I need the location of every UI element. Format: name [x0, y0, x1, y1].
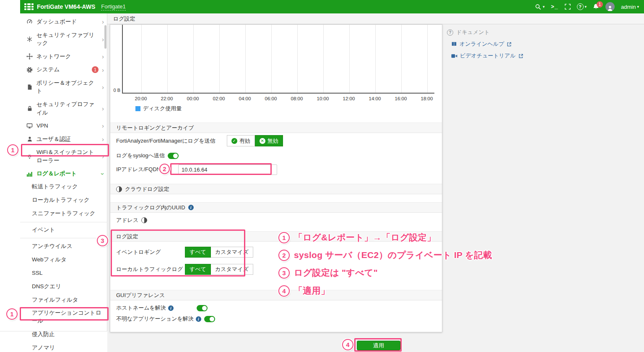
- cloud-logging-toggle[interactable]: [116, 186, 122, 192]
- sidebar-item-dns-query[interactable]: DNSクエリ: [20, 280, 107, 293]
- document-icon: [26, 84, 33, 90]
- syslog-toggle[interactable]: [168, 153, 179, 159]
- sidebar-scrollbar[interactable]: [104, 25, 106, 49]
- ip-row: IPアドレス/FQDN: [116, 166, 161, 173]
- move-arrows-icon: [26, 53, 33, 60]
- sidebar-item-ssl[interactable]: SSL: [20, 266, 107, 280]
- sidebar-item-user-auth[interactable]: ユーザ＆認証 ›: [20, 133, 107, 146]
- sidebar-item-sniffer-traffic[interactable]: スニファートラフィック: [20, 207, 107, 221]
- legend-swatch: [135, 106, 140, 111]
- hostname[interactable]: Fortigate1: [101, 3, 126, 10]
- info-icon[interactable]: i: [188, 205, 194, 210]
- video-camera-icon: [451, 53, 457, 59]
- fabric-icon: [26, 36, 33, 42]
- apply-button[interactable]: 適用: [357, 341, 400, 350]
- syslog-row: ログをsyslogへ送信: [116, 152, 179, 159]
- check-circle-icon: ✓: [231, 138, 237, 144]
- notification-badge: 1: [597, 1, 603, 8]
- product-title: FortiGate VM64-AWS: [37, 3, 95, 10]
- divider: [20, 238, 107, 238]
- search-icon[interactable]: ▾: [535, 4, 545, 10]
- address-toggle[interactable]: [141, 217, 147, 223]
- sidebar-item-app-control[interactable]: アプリケーションコントロール: [20, 307, 107, 328]
- external-link-icon: [506, 42, 512, 47]
- local-traffic-customize-button[interactable]: カスタマイズ: [211, 264, 253, 275]
- sidebar-item-antivirus[interactable]: アンチウイルス: [20, 240, 107, 253]
- sidebar-item-security-fabric[interactable]: セキュリティファブリック ›: [20, 29, 107, 50]
- help-circle-icon: ?: [447, 29, 453, 36]
- section-remote-logging: リモートロギングとアーカイブ: [110, 123, 442, 133]
- book-icon: [451, 41, 457, 47]
- sidebar-item-wifi-switch[interactable]: WiFi＆スイッチコントローラー ›: [20, 146, 107, 167]
- top-bar: FortiGate VM64-AWS Fortigate1 ▾ >_ ? ▾ 1…: [20, 0, 644, 13]
- bar-chart-icon: [26, 171, 33, 177]
- section-log-settings: ログ設定: [110, 231, 442, 242]
- ip-fqdn-input[interactable]: [178, 164, 277, 175]
- cli-console-icon[interactable]: >_: [551, 4, 558, 10]
- sidebar-item-events[interactable]: イベント: [20, 224, 107, 237]
- fullscreen-icon[interactable]: [565, 4, 571, 10]
- disk-usage-chart: [122, 25, 434, 94]
- section-uuid: トラフィックログ内のUUID i: [110, 202, 442, 213]
- sidebar-item-security-profiles[interactable]: セキュリティプロファイル ›: [20, 98, 107, 119]
- section-cloud-logging[interactable]: クラウドログ設定: [110, 184, 442, 194]
- fortianalyzer-row: FortiAnalyzer/FortiManagerにログを送信 ✓ 有効 ✕ …: [116, 135, 283, 146]
- resolve-hostname-row: ホストネームを解決 i: [116, 304, 208, 312]
- sidebar-item-anomaly[interactable]: アノマリ: [20, 342, 107, 352]
- user-icon: [26, 136, 33, 142]
- sidebar-item-web-filter[interactable]: Webフィルタ: [20, 253, 107, 266]
- sidebar-item-vpn[interactable]: VPN ›: [20, 119, 107, 133]
- system-alert-badge: 1: [92, 66, 99, 73]
- avatar[interactable]: [605, 2, 615, 11]
- page-title: ログ設定: [107, 13, 644, 24]
- sidebar-item-forward-traffic[interactable]: 転送トラフィック: [20, 180, 107, 194]
- gauge-icon: [26, 18, 33, 25]
- sidebar-item-file-filter[interactable]: ファイルフィルタ: [20, 293, 107, 307]
- event-logging-row: イベントロギング すべて カスタマイズ: [116, 247, 253, 258]
- external-link-icon: [518, 53, 524, 59]
- sidebar: ダッシュボード › セキュリティファブリック › ネットワーク › システム 1…: [0, 13, 107, 331]
- lock-icon: [26, 105, 33, 112]
- settings-card: 0 B 20:00 22:00 00:00 02:00 04:00 06:00 …: [110, 24, 442, 332]
- sidebar-item-log-report[interactable]: ログ＆レポート ›: [20, 167, 107, 180]
- local-traffic-all-button[interactable]: すべて: [185, 264, 211, 275]
- wifi-icon: [26, 154, 33, 159]
- event-logging-all-button[interactable]: すべて: [185, 247, 211, 258]
- enable-button[interactable]: ✓ 有効: [227, 135, 255, 146]
- resolve-hostname-toggle[interactable]: [197, 305, 208, 311]
- help-icon[interactable]: ? ▾: [577, 3, 587, 10]
- sidebar-item-intrusion-prevention[interactable]: 侵入防止: [20, 328, 107, 342]
- info-icon[interactable]: i: [196, 316, 201, 322]
- admin-menu[interactable]: admin ▾: [621, 4, 639, 10]
- sidebar-item-dashboard[interactable]: ダッシュボード ›: [20, 15, 107, 29]
- sidebar-item-network[interactable]: ネットワーク ›: [20, 50, 107, 63]
- fortinet-logo-icon: [24, 3, 34, 10]
- address-row: アドレス: [116, 216, 147, 224]
- notifications-bell-icon[interactable]: 1: [593, 3, 599, 10]
- event-logging-customize-button[interactable]: カスタマイズ: [211, 247, 253, 258]
- main-content: ログ設定 0 B 20:00 22:00 00:00 02:00 04:00 0…: [107, 13, 644, 352]
- divider: [20, 222, 107, 222]
- sidebar-item-system[interactable]: システム 1 ›: [20, 63, 107, 76]
- x-circle-icon: ✕: [260, 138, 265, 144]
- video-tutorial-link[interactable]: ビデオチュートリアル: [451, 52, 524, 60]
- section-gui-preferences: GUIプリファレンス: [110, 290, 442, 300]
- chart-legend: ディスク使用量: [135, 105, 182, 112]
- resolve-unknown-apps-row: 不明なアプリケーションを解決 i: [116, 315, 215, 323]
- documentation-panel: ? ドキュメント オンラインヘルプ ビデオチュートリアル: [447, 29, 524, 60]
- disable-button[interactable]: ✕ 無効: [255, 135, 283, 146]
- sidebar-item-local-traffic[interactable]: ローカルトラフィック: [20, 194, 107, 207]
- gear-icon: [26, 67, 33, 73]
- local-traffic-log-row: ローカルトラフィックログ すべて カスタマイズ: [116, 264, 253, 275]
- info-icon[interactable]: i: [168, 305, 174, 311]
- resolve-unknown-apps-toggle[interactable]: [204, 316, 215, 322]
- sidebar-item-policy-objects[interactable]: ポリシー＆オブジェクト ›: [20, 76, 107, 98]
- monitor-icon: [26, 123, 33, 129]
- y-axis-tick: 0 B: [110, 88, 120, 93]
- online-help-link[interactable]: オンラインヘルプ: [451, 40, 524, 48]
